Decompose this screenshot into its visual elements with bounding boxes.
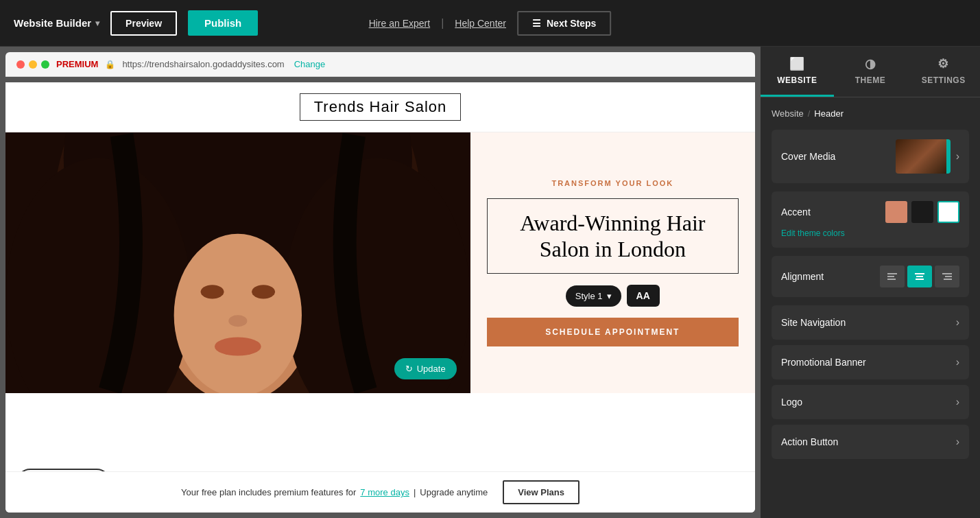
breadcrumb-current: Header xyxy=(814,108,844,119)
breadcrumb-parent[interactable]: Website xyxy=(772,108,804,119)
action-button-label: Action Button xyxy=(781,436,838,447)
align-center-button[interactable] xyxy=(907,266,932,287)
promotional-banner-item[interactable]: Promotional Banner › xyxy=(772,345,969,379)
swatch-black[interactable] xyxy=(911,201,933,223)
svg-point-7 xyxy=(174,234,302,393)
tab-website[interactable]: ⬜ WEBSITE xyxy=(761,47,834,97)
next-steps-label: Next Steps xyxy=(547,18,596,29)
next-steps-button[interactable]: ☰ Next Steps xyxy=(517,11,611,36)
website-tab-icon: ⬜ xyxy=(789,56,805,71)
view-plans-button[interactable]: View Plans xyxy=(503,480,579,504)
cover-media-accent-bar xyxy=(946,139,951,174)
promotional-banner-chevron-icon: › xyxy=(956,356,959,368)
svg-rect-16 xyxy=(887,279,896,280)
cover-media-chevron-icon[interactable]: › xyxy=(956,150,959,163)
topbar-divider: | xyxy=(441,17,444,30)
svg-point-10 xyxy=(228,315,247,327)
brand-chevron-icon: ▾ xyxy=(95,19,99,28)
brand-logo[interactable]: Website Builder ▾ xyxy=(14,17,99,29)
change-url-link[interactable]: Change xyxy=(294,59,326,69)
upgrade-banner: Your free plan includes premium features… xyxy=(5,471,755,513)
style-controls: Style 1 ▾ AA xyxy=(566,285,660,307)
preview-button[interactable]: Preview xyxy=(110,11,177,36)
cover-media-label: Cover Media xyxy=(781,151,835,162)
upgrade-days-link[interactable]: 7 more days xyxy=(360,487,409,497)
premium-badge: PREMIUM xyxy=(56,59,98,69)
svg-rect-17 xyxy=(915,273,924,274)
refresh-icon: ↻ xyxy=(405,364,413,374)
accent-section: Accent Edit theme colors xyxy=(772,191,969,248)
accent-row: Accent xyxy=(781,201,959,223)
browser-dots xyxy=(16,60,49,69)
cover-media-section: Cover Media › xyxy=(772,130,969,183)
help-center-link[interactable]: Help Center xyxy=(455,18,506,29)
dot-yellow xyxy=(29,60,37,69)
hero-headline-box: Award-Winning Hair Salon in London xyxy=(487,198,739,274)
site-navigation-item[interactable]: Site Navigation › xyxy=(772,305,969,340)
svg-rect-14 xyxy=(887,273,897,274)
upgrade-anytime-text: Upgrade anytime xyxy=(420,487,488,497)
text-style-button[interactable]: AA xyxy=(627,285,660,307)
breadcrumb-separator: / xyxy=(808,108,811,119)
align-left-icon xyxy=(887,271,898,282)
update-button[interactable]: ↻ Update xyxy=(394,358,457,379)
right-panel: ⬜ WEBSITE ◑ THEME ⚙ SETTINGS Website / H… xyxy=(761,47,980,518)
browser-url: https://trendshairsalon.godaddysites.com xyxy=(122,59,284,69)
topbar: Website Builder ▾ Preview Publish Hire a… xyxy=(0,0,980,47)
tab-theme[interactable]: ◑ THEME xyxy=(834,47,907,97)
logo-item[interactable]: Logo › xyxy=(772,385,969,419)
cover-media-row: Cover Media › xyxy=(781,139,959,174)
alignment-buttons xyxy=(880,266,959,287)
swatch-white[interactable] xyxy=(937,201,959,223)
svg-rect-18 xyxy=(916,276,923,277)
site-frame: Trends Hair Salon xyxy=(5,82,755,513)
svg-rect-22 xyxy=(944,279,952,280)
align-right-button[interactable] xyxy=(935,266,959,287)
website-tab-label: WEBSITE xyxy=(777,75,817,85)
align-left-button[interactable] xyxy=(880,266,905,287)
tab-settings[interactable]: ⚙ SETTINGS xyxy=(907,47,980,97)
alignment-row: Alignment xyxy=(781,266,959,287)
site-header: Trends Hair Salon xyxy=(5,82,755,132)
swatch-terracotta[interactable] xyxy=(885,201,907,223)
hero-section: ↻ Update TRANSFORM YOUR LOOK Award-Winni… xyxy=(5,132,755,393)
svg-rect-19 xyxy=(916,279,924,280)
promotional-banner-label: Promotional Banner xyxy=(781,357,866,368)
site-navigation-chevron-icon: › xyxy=(956,316,959,329)
cover-media-thumbnail[interactable] xyxy=(896,139,951,174)
theme-tab-label: THEME xyxy=(855,75,886,85)
style-selector-button[interactable]: Style 1 ▾ xyxy=(566,285,621,307)
accent-swatches xyxy=(885,201,959,223)
hero-headline: Award-Winning Hair Salon in London xyxy=(499,210,727,263)
hire-expert-link[interactable]: Hire an Expert xyxy=(369,18,430,29)
edit-theme-colors-link[interactable]: Edit theme colors xyxy=(781,228,959,238)
schedule-appointment-button[interactable]: SCHEDULE APPOINTMENT xyxy=(487,318,739,346)
hero-person-bg xyxy=(5,132,470,393)
canvas-area: PREMIUM 🔒 https://trendshairsalon.godadd… xyxy=(0,47,761,518)
logo-label: Logo xyxy=(781,397,802,408)
alignment-section: Alignment xyxy=(772,256,969,297)
site-navigation-label: Site Navigation xyxy=(781,317,846,328)
align-right-icon xyxy=(942,271,953,282)
next-steps-icon: ☰ xyxy=(532,18,541,29)
hero-tagline: TRANSFORM YOUR LOOK xyxy=(551,179,673,187)
style-label: Style 1 xyxy=(575,291,603,301)
panel-content: Website / Header Cover Media › xyxy=(761,97,980,518)
hero-content: TRANSFORM YOUR LOOK Award-Winning Hair S… xyxy=(470,132,755,393)
hero-portrait-svg xyxy=(5,132,470,393)
svg-rect-15 xyxy=(887,276,894,277)
breadcrumb: Website / Header xyxy=(772,108,969,119)
aa-icon: AA xyxy=(636,290,650,301)
cover-media-thumb-image xyxy=(896,139,951,174)
dot-red xyxy=(16,60,25,69)
logo-chevron-icon: › xyxy=(956,396,959,408)
action-button-item[interactable]: Action Button › xyxy=(772,425,969,459)
publish-button[interactable]: Publish xyxy=(188,10,258,36)
hero-image: ↻ Update xyxy=(5,132,470,393)
style-chevron-icon: ▾ xyxy=(607,291,612,301)
accent-label: Accent xyxy=(781,207,811,217)
update-label: Update xyxy=(417,364,446,374)
brand-name: Website Builder xyxy=(14,17,91,29)
panel-tabs: ⬜ WEBSITE ◑ THEME ⚙ SETTINGS xyxy=(761,47,980,97)
settings-tab-label: SETTINGS xyxy=(922,75,966,85)
